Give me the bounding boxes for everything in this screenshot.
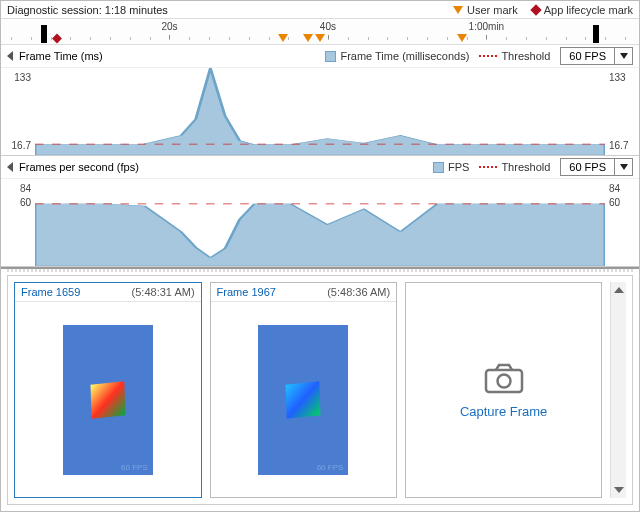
timeline-label: 20s xyxy=(161,21,177,32)
frame-time-panel-header: Frame Time (ms) Frame Time (milliseconds… xyxy=(1,45,639,68)
y-axis-top-left: 84 xyxy=(5,183,31,194)
fill-swatch-icon xyxy=(325,51,336,62)
cube-icon xyxy=(286,381,321,419)
camera-icon xyxy=(484,362,524,394)
y-axis-top-right: 84 xyxy=(609,183,635,194)
y-axis-top-left: 133 xyxy=(5,72,31,83)
y-axis-bottom-left: 16.7 xyxy=(5,140,31,151)
user-mark-icon[interactable] xyxy=(457,34,467,42)
header-bar: Diagnostic session: 1:18 minutes User ma… xyxy=(1,1,639,19)
chevron-up-icon xyxy=(614,287,624,293)
chevron-down-icon xyxy=(614,487,624,493)
user-mark-icon[interactable] xyxy=(278,34,288,42)
fps-title: Frames per second (fps) xyxy=(19,161,139,173)
svg-point-3 xyxy=(497,374,510,387)
chevron-down-icon xyxy=(620,164,628,170)
fps-threshold-select[interactable]: 60 FPS xyxy=(560,158,633,176)
app-mark-legend: App lifecycle mark xyxy=(532,4,633,16)
timeline-ruler[interactable]: 20s40s1:00min xyxy=(1,19,639,45)
scroll-up-button[interactable] xyxy=(613,284,625,296)
user-mark-icon[interactable] xyxy=(315,34,325,42)
phone-preview: 60 FPS xyxy=(258,325,348,475)
diagnostic-tool-window: Diagnostic session: 1:18 minutes User ma… xyxy=(0,0,640,512)
user-mark-icon[interactable] xyxy=(303,34,313,42)
card-header: Frame 1659 (5:48:31 AM) xyxy=(15,283,201,302)
gallery-scrollbar[interactable] xyxy=(610,282,626,498)
fps-overlay: 60 FPS xyxy=(121,463,148,472)
mark-legend: User mark App lifecycle mark xyxy=(453,4,633,16)
collapse-toggle-icon[interactable] xyxy=(7,51,13,61)
y-axis-thresh-left: 60 xyxy=(5,197,31,208)
app-mark-icon xyxy=(530,4,541,15)
threshold-swatch-icon xyxy=(479,55,497,57)
user-mark-label: User mark xyxy=(467,4,518,16)
frame-time-chart[interactable]: 133 133 16.7 16.7 xyxy=(1,68,639,156)
fps-overlay: 60 FPS xyxy=(317,463,344,472)
collapse-toggle-icon[interactable] xyxy=(7,162,13,172)
y-axis-thresh-right: 60 xyxy=(609,197,635,208)
fps-chart[interactable]: 84 84 60 60 xyxy=(1,179,639,267)
frame-timestamp: (5:48:36 AM) xyxy=(327,286,390,298)
frame-thumbnail: 60 FPS xyxy=(15,302,201,497)
card-header: Frame 1967 (5:48:36 AM) xyxy=(211,283,397,302)
frame-time-threshold-legend: Threshold xyxy=(479,50,550,62)
frame-timestamp: (5:48:31 AM) xyxy=(132,286,195,298)
chevron-down-icon xyxy=(620,53,628,59)
y-axis-top-right: 133 xyxy=(609,72,635,83)
frame-thumbnail: 60 FPS xyxy=(211,302,397,497)
dropdown-button[interactable] xyxy=(614,159,632,175)
frame-gallery: Frame 1659 (5:48:31 AM) 60 FPS Frame 196… xyxy=(7,275,633,505)
capture-frame-button[interactable]: Capture Frame xyxy=(405,282,602,498)
user-mark-legend: User mark xyxy=(453,4,518,16)
captured-frame-card[interactable]: Frame 1659 (5:48:31 AM) 60 FPS xyxy=(14,282,202,498)
session-label: Diagnostic session: 1:18 minutes xyxy=(7,4,168,16)
fill-swatch-icon xyxy=(433,162,444,173)
fps-threshold-legend: Threshold xyxy=(479,161,550,173)
timeline-label: 40s xyxy=(320,21,336,32)
y-axis-bottom-right: 16.7 xyxy=(609,140,635,151)
timeline-label: 1:00min xyxy=(469,21,505,32)
frame-time-fill-legend: Frame Time (milliseconds) xyxy=(325,50,469,62)
app-mark-label: App lifecycle mark xyxy=(544,4,633,16)
fps-panel-header: Frames per second (fps) FPS Threshold 60… xyxy=(1,156,639,179)
captured-frame-card[interactable]: Frame 1967 (5:48:36 AM) 60 FPS xyxy=(210,282,398,498)
threshold-swatch-icon xyxy=(479,166,497,168)
frame-link[interactable]: Frame 1659 xyxy=(21,286,80,298)
frame-link[interactable]: Frame 1967 xyxy=(217,286,276,298)
cube-icon xyxy=(90,381,125,419)
phone-preview: 60 FPS xyxy=(63,325,153,475)
capture-frame-label: Capture Frame xyxy=(460,404,547,419)
dropdown-button[interactable] xyxy=(614,48,632,64)
frame-gallery-panel: Frame 1659 (5:48:31 AM) 60 FPS Frame 196… xyxy=(1,267,639,511)
user-mark-icon xyxy=(453,6,463,14)
fps-fill-legend: FPS xyxy=(433,161,469,173)
frame-time-title: Frame Time (ms) xyxy=(19,50,103,62)
frame-time-threshold-select[interactable]: 60 FPS xyxy=(560,47,633,65)
app-mark-icon[interactable] xyxy=(52,34,62,44)
scroll-down-button[interactable] xyxy=(613,484,625,496)
